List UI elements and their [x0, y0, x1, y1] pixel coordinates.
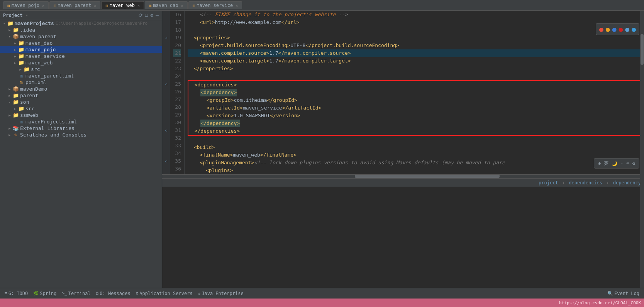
expand-parent[interactable]: ▶: [7, 94, 12, 98]
tree-item-ssmweb[interactable]: ▶ 📁 ssmweb: [0, 112, 162, 118]
ime-keyboard-icon[interactable]: ⌨: [627, 161, 629, 166]
minimize-icon[interactable]: —: [156, 12, 159, 18]
todo-label: 6: TODO: [8, 291, 28, 296]
safari-icon[interactable]: ●: [625, 25, 629, 33]
close-tab-maven-web[interactable]: ✕: [137, 3, 140, 8]
expand-maven-web[interactable]: ▶: [12, 61, 18, 65]
tab-maven-dao[interactable]: m maven_dao ✕: [145, 1, 188, 9]
vertical-scrollbar[interactable]: [640, 11, 644, 288]
tree-item-son[interactable]: ▾ 📁 son: [0, 99, 162, 105]
project-dropdown-icon[interactable]: ▾: [26, 13, 28, 17]
tree-item-maven-web[interactable]: ▶ 📁 maven_web: [0, 59, 162, 66]
tree-item-mavenprojects[interactable]: ▾ 📁 mavenProjects C:\Users\apple\IdeaPro…: [0, 20, 162, 27]
java-enterprise-icon: ☕: [198, 291, 201, 296]
messages-label: 0: Messages: [100, 291, 130, 296]
expand-external-libraries[interactable]: ▶: [7, 127, 12, 130]
tab-maven-service[interactable]: m maven_service ✕: [188, 1, 242, 9]
tree-item-pom-xml[interactable]: ▶ m pom.xml: [0, 79, 162, 86]
tab-label-maven-dao: maven_dao: [153, 3, 178, 8]
tree-item-maven-parent-iml[interactable]: ▶ m maven_parent.iml: [0, 73, 162, 79]
pom-icon: m: [18, 79, 25, 85]
toolbar-spring-btn[interactable]: 🌿 Spring: [31, 290, 59, 297]
breadcrumb: project › dependencies › dependency: [539, 180, 641, 186]
tree-item-src[interactable]: ▶ 📁 src: [0, 66, 162, 73]
expand-son[interactable]: ▾: [7, 100, 12, 104]
expand-maven-parent[interactable]: ▾: [7, 35, 12, 39]
tab-icon-maven-pojo: m: [7, 3, 10, 8]
folder-icon-maven-web: 📁: [18, 60, 25, 66]
ime-icon-dot[interactable]: ·: [620, 161, 623, 166]
expand-maven-dao[interactable]: ▶: [12, 41, 18, 45]
ime-icon-moon[interactable]: 🌙: [612, 161, 617, 166]
toolbar-messages-btn[interactable]: ◻ 0: Messages: [94, 290, 133, 297]
code-line-26: <dependency>: [188, 89, 640, 96]
code-lines[interactable]: <!-- FIXME change it to the project's we…: [185, 11, 644, 174]
external-lib-icon: 📚: [12, 125, 19, 131]
toolbar-java-enterprise-btn[interactable]: ☕ Java Enterprise: [196, 290, 246, 297]
sidebar-header: Project ▾ ⟳ ⇊ ⚙ —: [0, 11, 162, 20]
vertical-scrollbar-thumb[interactable]: [641, 34, 644, 65]
tab-maven-pojo[interactable]: m maven_pojo ✕: [3, 1, 49, 9]
tree-label-src2: src: [25, 106, 34, 111]
tree-item-idea[interactable]: ▶ 📁 .idea: [0, 27, 162, 33]
tree-item-maven-pojo[interactable]: ▶ 📁 maven_pojo: [0, 46, 162, 53]
tree-item-external-libraries[interactable]: ▶ 📚 External Libraries: [0, 125, 162, 132]
code-editor[interactable]: ◁ ◁ ◁ ◁: [162, 11, 644, 178]
expand-mavendemo[interactable]: ▶: [7, 87, 12, 91]
expand-ssmweb[interactable]: ▶: [7, 113, 12, 117]
csdn-link[interactable]: https://blog.csdn.net/GLOAL_COOK: [559, 300, 641, 305]
expand-idea[interactable]: ▶: [7, 28, 12, 32]
settings-icon[interactable]: ⚙: [150, 12, 153, 18]
ie-icon[interactable]: ●: [619, 25, 623, 33]
firefox-icon[interactable]: ●: [606, 25, 610, 33]
tab-maven-web[interactable]: m maven_web ✕: [101, 1, 144, 9]
tree-label-idea: .idea: [20, 27, 35, 33]
tree-label-external-libraries: External Libraries: [20, 125, 75, 131]
horizontal-scrollbar[interactable]: [162, 174, 644, 178]
close-tab-maven-service[interactable]: ✕: [236, 3, 238, 8]
expand-mavenprojects[interactable]: ▾: [2, 22, 7, 25]
tree-item-src2[interactable]: ▶ 📁 src: [0, 105, 162, 112]
expand-scratches[interactable]: ▶: [7, 133, 12, 137]
opera-icon[interactable]: ●: [612, 25, 617, 33]
java-enterprise-label: Java Enterprise: [202, 291, 243, 296]
chrome-icon[interactable]: ●: [599, 25, 603, 33]
folder-icon-maven-pojo: 📁: [18, 47, 25, 52]
terminal-icon: >_: [62, 291, 67, 296]
edge-icon[interactable]: ●: [632, 25, 636, 33]
tree-item-maven-parent[interactable]: ▾ 📦 maven_parent: [0, 33, 162, 40]
ime-language-label[interactable]: 英: [604, 160, 608, 167]
file-icon-maven-parent-iml: m: [18, 73, 25, 79]
tree-item-mavendemo[interactable]: ▶ 📦 mavenDemo: [0, 86, 162, 92]
code-line-22: <maven.compiler.target>1.7</maven.compil…: [188, 57, 641, 65]
tree-item-scratches[interactable]: ▶ ✎ Scratches and Consoles: [0, 132, 162, 138]
ime-settings-icon[interactable]: ⚙: [632, 161, 635, 166]
expand-src2[interactable]: ▶: [12, 107, 18, 111]
collapse-icon[interactable]: ⇊: [145, 12, 148, 18]
tab-maven-parent[interactable]: m maven_parent ✕: [49, 1, 100, 9]
code-line-34: <finalName>maven_web</finalName>: [188, 151, 641, 159]
close-tab-maven-dao[interactable]: ✕: [181, 3, 183, 8]
code-line-33: <build>: [188, 143, 641, 151]
code-line-28: <artifactId>maven_service</artifactId>: [188, 104, 640, 112]
toolbar-terminal-btn[interactable]: >_ Terminal: [60, 290, 93, 297]
tree-item-maven-dao[interactable]: ▶ 📁 maven_dao: [0, 40, 162, 46]
toolbar-todo-btn[interactable]: ≡ 6: TODO: [2, 290, 30, 297]
close-tab-maven-pojo[interactable]: ✕: [42, 3, 44, 8]
toolbar-app-servers-btn[interactable]: ⚙ Application Servers: [134, 290, 195, 297]
tree-item-maven-service[interactable]: ▶ 📁 maven_service: [0, 53, 162, 59]
editor-gutter: ◁ ◁ ◁ ◁: [162, 11, 170, 174]
folder-icon-src: 📁: [23, 66, 30, 72]
spring-label: Spring: [40, 291, 56, 296]
tree-item-mavenprojects-iml[interactable]: ▶ m mavenProjects.iml: [0, 118, 162, 125]
sync-icon[interactable]: ⟳: [139, 12, 143, 18]
event-log-btn[interactable]: 🔍 Event Log: [605, 290, 642, 297]
tree-item-parent[interactable]: ▶ 📁 parent: [0, 92, 162, 99]
horizontal-scrollbar-thumb[interactable]: [355, 175, 499, 178]
expand-maven-pojo[interactable]: ▶: [12, 48, 18, 52]
code-line-21: <maven.compiler.source>1.7</maven.compil…: [188, 49, 641, 57]
close-tab-maven-parent[interactable]: ✕: [94, 3, 96, 8]
ime-icon-1[interactable]: ⊙: [598, 161, 601, 166]
expand-maven-service[interactable]: ▶: [12, 54, 18, 58]
expand-src[interactable]: ▶: [18, 67, 23, 71]
